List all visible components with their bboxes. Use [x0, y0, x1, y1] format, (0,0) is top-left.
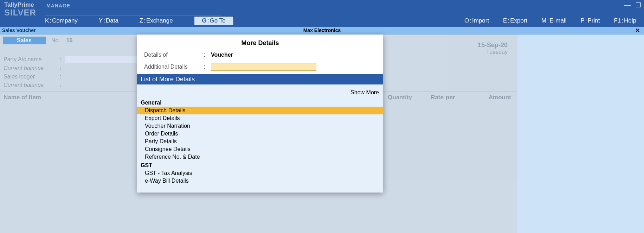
maximize-icon[interactable]: ❐	[636, 1, 641, 9]
menu-export[interactable]: E:Export	[503, 17, 527, 24]
menu-help[interactable]: F1:Help	[614, 17, 636, 24]
list-item[interactable]: Reference No. & Date	[137, 153, 383, 161]
window-controls: — ❐	[624, 1, 641, 9]
voucher-type-badge: Sales	[3, 37, 46, 44]
product-name: TallyPrime	[4, 1, 36, 8]
company-bar: Sales Voucher Max Electronics ✕	[0, 27, 644, 34]
list-item[interactable]: e-Way Bill Details	[137, 177, 383, 185]
popup-title: More Details	[137, 34, 383, 50]
menu-exchange[interactable]: Z:Exchange	[140, 17, 173, 24]
main-menu: K:Company Y:Data Z:Exchange G:Go To O:Im…	[45, 16, 640, 25]
voucher-day: Tuesday	[478, 49, 508, 55]
title-bar: TallyPrime SILVER MANAGE — ❐ K:Company Y…	[0, 0, 644, 27]
list-item[interactable]: Export Details	[137, 114, 383, 122]
list-item[interactable]: Dispatch Details	[137, 107, 383, 114]
col-amount: Amount	[465, 94, 514, 101]
voucher-no-value: 16	[66, 37, 73, 44]
menu-divider	[45, 15, 221, 16]
list-item[interactable]: Order Details	[137, 130, 383, 138]
product-block: TallyPrime SILVER	[4, 1, 36, 18]
voucher-date: 15-Sep-20	[478, 42, 508, 49]
group-general-title: General	[137, 98, 383, 107]
additional-details-input[interactable]	[211, 63, 316, 71]
menu-data[interactable]: Y:Data	[99, 17, 118, 24]
company-name: Max Electronics	[0, 27, 644, 33]
details-of-row: Details of : Voucher	[137, 50, 383, 62]
additional-details-row: Additional Details :	[137, 62, 383, 74]
voucher-date-block: 15-Sep-20 Tuesday	[478, 42, 508, 55]
show-more-link[interactable]: Show More	[350, 89, 379, 96]
list-item[interactable]: Party Details	[137, 138, 383, 145]
list-body: Show More General Dispatch DetailsExport…	[137, 84, 383, 193]
product-edition: SILVER	[4, 8, 36, 18]
menu-right-group: O:Import E:Export M:E-mail P:Print F1:He…	[464, 17, 640, 24]
right-side-panel	[517, 34, 644, 233]
list-header: List of More Details	[137, 74, 383, 84]
menu-company[interactable]: K:Company	[45, 17, 78, 24]
voucher-no-label: No.	[51, 37, 60, 44]
list-item[interactable]: Consignee Details	[137, 145, 383, 153]
menu-goto[interactable]: G:Go To	[194, 16, 234, 25]
list-item[interactable]: Voucher Narration	[137, 122, 383, 130]
more-details-popup: More Details Details of : Voucher Additi…	[137, 34, 383, 193]
list-item[interactable]: GST - Tax Analysis	[137, 169, 383, 177]
group-gst-title: GST	[137, 161, 383, 169]
minimize-icon[interactable]: —	[624, 1, 631, 9]
col-per: per	[444, 94, 465, 101]
details-of-value: Voucher	[211, 52, 233, 58]
col-rate: Rate	[412, 94, 444, 101]
close-icon[interactable]: ✕	[635, 27, 640, 34]
menu-print[interactable]: P:Print	[580, 17, 600, 24]
manage-label: MANAGE	[46, 3, 70, 8]
menu-import[interactable]: O:Import	[464, 17, 489, 24]
menu-email[interactable]: M:E-mail	[541, 17, 566, 24]
